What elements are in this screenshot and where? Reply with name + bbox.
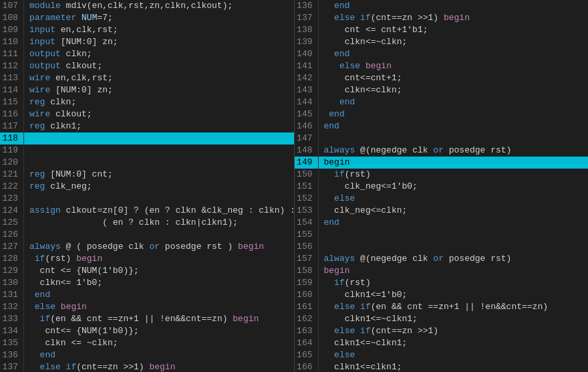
table-row: 114wire [NUM:0] zn; — [0, 84, 294, 96]
line-number: 121 — [0, 169, 24, 181]
line-number: 110 — [0, 36, 24, 48]
line-content: clkn1<=~clkn1; — [319, 313, 589, 325]
line-number: 120 — [0, 157, 24, 169]
line-number: 138 — [295, 24, 319, 36]
line-number: 151 — [295, 181, 319, 193]
line-content: if(en && cnt ==zn+1 || !en&&cnt==zn) beg… — [24, 313, 294, 325]
table-row: 152 else — [295, 193, 589, 205]
table-row: 117reg clkn1; — [0, 120, 294, 132]
line-number: 143 — [295, 84, 319, 96]
table-row: 157always @(negedge clk or posedge rst) — [295, 253, 589, 265]
line-content: output clkout; — [24, 60, 294, 72]
line-content: wire clkout; — [24, 108, 294, 120]
table-row: 130 clkn<= 1'b0; — [0, 277, 294, 289]
line-content: input en,clk,rst; — [24, 24, 294, 36]
table-row: 107module mdiv(en,clk,rst,zn,clkn,clkout… — [0, 0, 294, 12]
line-content: reg clk_neg; — [24, 181, 294, 193]
line-content: clkn<=clkn; — [319, 84, 589, 96]
table-row: 142 cnt<=cnt+1; — [295, 72, 589, 84]
line-content: parameter NUM=7; — [24, 12, 294, 24]
line-content: output clkn; — [24, 48, 294, 60]
line-content: else if(cnt==zn >>1) — [319, 325, 589, 337]
table-row: 165 else — [295, 349, 589, 361]
line-number: 115 — [0, 96, 24, 108]
line-number: 130 — [0, 277, 24, 289]
line-number: 158 — [295, 265, 319, 277]
line-content: reg clkn; — [24, 96, 294, 108]
line-content: else begin — [24, 301, 294, 313]
line-content: else begin — [319, 60, 589, 72]
line-content — [24, 132, 294, 145]
line-number: 133 — [0, 313, 24, 325]
table-row: 136 end — [295, 0, 589, 12]
line-content: cnt<= {NUM(1'b0)}; — [24, 325, 294, 337]
table-row: 128 if(rst) begin — [0, 253, 294, 265]
line-number: 117 — [0, 120, 24, 132]
line-number: 145 — [295, 108, 319, 120]
table-row: 134 cnt<= {NUM(1'b0)}; — [0, 325, 294, 337]
line-content: else if(cnt==zn >>1) begin — [319, 12, 589, 24]
line-number: 107 — [0, 0, 24, 12]
line-content: end — [319, 217, 589, 229]
table-row: 129 cnt <= {NUM(1'b0)}; — [0, 265, 294, 277]
table-row: 164 clkn1<=~clkn1; — [295, 337, 589, 349]
line-content: if(rst) — [319, 277, 589, 289]
line-number: 153 — [295, 205, 319, 217]
left-pane: 107module mdiv(en,clk,rst,zn,clkn,clkout… — [0, 0, 295, 372]
table-row: 136 end — [0, 349, 294, 361]
table-row: 141 else begin — [295, 60, 589, 72]
line-number: 131 — [0, 289, 24, 301]
line-number: 116 — [0, 108, 24, 120]
table-row: 149begin — [295, 157, 589, 169]
line-content: ( en ? clkn : clkn|clkn1); — [24, 217, 294, 229]
line-content: clkn1<=~clkn1; — [319, 337, 589, 349]
line-content — [24, 145, 294, 157]
line-content: clk_neg<=clkn; — [319, 205, 589, 217]
table-row: 160 clkn1<=1'b0; — [295, 289, 589, 301]
left-code-lines: 107module mdiv(en,clk,rst,zn,clkn,clkout… — [0, 0, 294, 372]
table-row: 151 clk_neg<=1'b0; — [295, 181, 589, 193]
line-number: 136 — [295, 0, 319, 12]
line-number: 150 — [295, 169, 319, 181]
table-row: 133 if(en && cnt ==zn+1 || !en&&cnt==zn)… — [0, 313, 294, 325]
line-number: 119 — [0, 145, 24, 157]
line-content: reg clkn1; — [24, 120, 294, 132]
line-content: assign clkout=zn[0] ? (en ? clkn &clk_ne… — [24, 205, 295, 217]
line-number: 148 — [295, 145, 319, 157]
line-number: 112 — [0, 60, 24, 72]
line-content — [319, 229, 589, 241]
line-number: 118 — [0, 132, 24, 145]
line-content: end — [24, 289, 294, 301]
line-content: reg [NUM:0] cnt; — [24, 169, 294, 181]
line-content — [24, 193, 294, 205]
line-number: 126 — [0, 229, 24, 241]
table-row: 135 clkn <= ~clkn; — [0, 337, 294, 349]
table-row: 119 — [0, 145, 294, 157]
table-row: 115reg clkn; — [0, 96, 294, 108]
line-number: 154 — [295, 217, 319, 229]
line-number: 166 — [295, 361, 319, 372]
line-number: 159 — [295, 277, 319, 289]
table-row: 137 else if(cnt==zn >>1) begin — [295, 12, 589, 24]
table-row: 153 clk_neg<=clkn; — [295, 205, 589, 217]
line-number: 155 — [295, 229, 319, 241]
table-row: 155 — [295, 229, 589, 241]
line-content: cnt <= cnt+1'b1; — [319, 24, 589, 36]
table-row: 112output clkout; — [0, 60, 294, 72]
line-number: 149 — [295, 157, 319, 169]
table-row: 156 — [295, 241, 589, 253]
line-content: clkn<= 1'b0; — [24, 277, 294, 289]
line-content: else if(cnt==zn >>1) begin — [24, 361, 294, 372]
line-number: 161 — [295, 301, 319, 313]
line-content: begin — [319, 157, 589, 169]
line-number: 165 — [295, 349, 319, 361]
line-number: 141 — [295, 60, 319, 72]
line-content: end — [24, 349, 294, 361]
line-number: 139 — [295, 36, 319, 48]
table-row: 144 end — [295, 96, 589, 108]
code-editor: 107module mdiv(en,clk,rst,zn,clkn,clkout… — [0, 0, 588, 372]
line-content: cnt <= {NUM(1'b0)}; — [24, 265, 294, 277]
line-content: if(rst) begin — [24, 253, 294, 265]
line-content — [319, 132, 589, 145]
line-number: 140 — [295, 48, 319, 60]
